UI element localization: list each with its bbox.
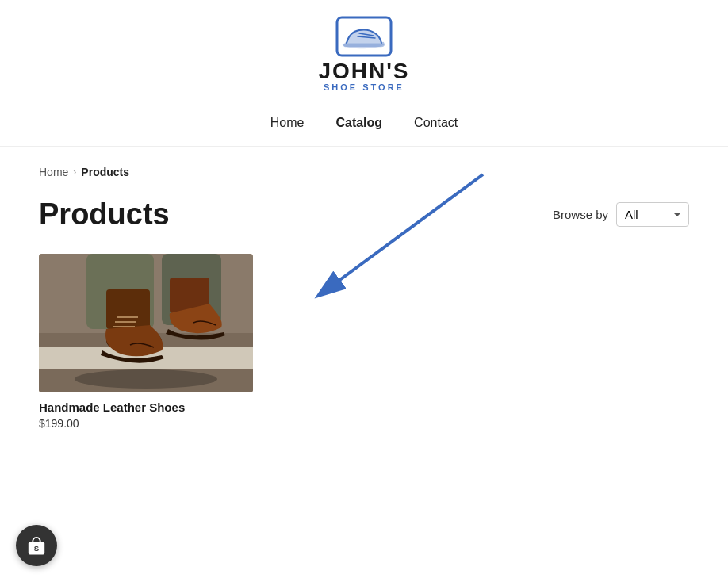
logo[interactable]: JOHN'S SHOE STORE (318, 16, 409, 92)
product-price: $199.00 (39, 417, 253, 430)
arrow-annotation (253, 159, 507, 349)
nav-catalog[interactable]: Catalog (335, 116, 382, 130)
products-grid: Handmade Leather Shoes $199.00 (39, 254, 689, 430)
logo-icon (335, 16, 393, 57)
product-card[interactable]: Handmade Leather Shoes $199.00 (39, 254, 253, 430)
product-name: Handmade Leather Shoes (39, 400, 253, 414)
breadcrumb-home-link[interactable]: Home (39, 166, 68, 178)
browse-by-select[interactable]: All Men Women Kids (616, 202, 689, 227)
svg-rect-11 (106, 289, 150, 329)
breadcrumb: Home › Products (39, 166, 689, 178)
svg-point-8 (75, 369, 217, 389)
browse-by-label: Browse by (553, 208, 608, 221)
nav-home[interactable]: Home (270, 116, 305, 130)
main-nav: Home Catalog Contact (270, 105, 458, 138)
product-image (39, 254, 253, 392)
logo-main-text: JOHN'S (318, 60, 409, 82)
products-header: Products Browse by All Men Women Kids (39, 197, 689, 232)
main-content: Home › Products Products Browse by All M… (7, 147, 721, 449)
site-header: JOHN'S SHOE STORE Home Catalog Contact (0, 0, 728, 147)
breadcrumb-current: Products (81, 166, 129, 178)
browse-by-container: Browse by All Men Women Kids (553, 202, 689, 227)
breadcrumb-separator: › (73, 167, 76, 178)
page-title: Products (39, 197, 170, 232)
logo-sub-text: SHOE STORE (324, 82, 404, 92)
nav-contact[interactable]: Contact (414, 116, 458, 130)
